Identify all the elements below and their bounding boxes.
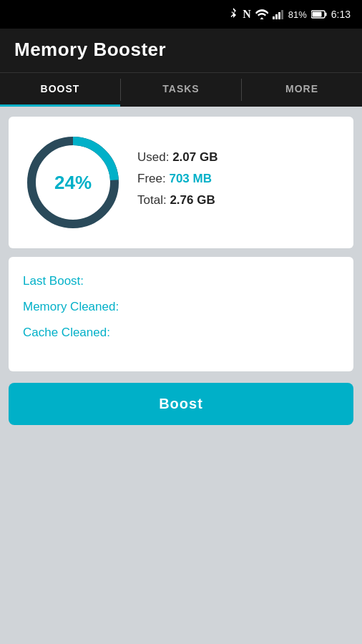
memory-cleaned-row: Memory Cleaned: <box>23 300 339 314</box>
app-header: Memory Booster <box>0 29 362 72</box>
svg-rect-6 <box>312 12 321 17</box>
free-label: Free: <box>137 172 166 185</box>
used-value: 2.07 GB <box>172 150 217 164</box>
tab-tasks[interactable]: TASKS <box>121 73 241 107</box>
main-content: 24% Used: 2.07 GB Free: 703 MB Total: 2.… <box>0 107 362 435</box>
boost-button[interactable]: Boost <box>9 383 353 425</box>
network-icon: N <box>243 8 251 21</box>
tab-more[interactable]: MORE <box>242 73 362 107</box>
boost-info-card: Last Boost: Memory Cleaned: Cache Cleane… <box>9 257 353 371</box>
used-memory-row: Used: 2.07 GB <box>137 150 339 165</box>
cache-cleaned-label: Cache Cleaned: <box>23 326 110 339</box>
tab-boost[interactable]: BOOST <box>0 73 120 107</box>
last-boost-row: Last Boost: <box>23 274 339 288</box>
wifi-icon <box>255 9 268 19</box>
app-title: Memory Booster <box>14 39 348 61</box>
cache-cleaned-row: Cache Cleaned: <box>23 326 339 340</box>
svg-rect-2 <box>278 12 280 19</box>
svg-rect-1 <box>275 14 278 19</box>
status-time: 6:13 <box>331 9 351 20</box>
tabs-bar: BOOST TASKS MORE <box>0 72 362 107</box>
signal-icon <box>273 9 284 19</box>
total-memory-row: Total: 2.76 GB <box>137 193 339 208</box>
last-boost-label: Last Boost: <box>23 274 84 288</box>
status-bar: N 81% 6:13 <box>0 0 362 29</box>
memory-stats: Used: 2.07 GB Free: 703 MB Total: 2.76 G… <box>137 150 339 215</box>
total-label: Total: <box>137 193 167 207</box>
free-memory-row: Free: 703 MB <box>137 172 339 186</box>
free-value: 703 MB <box>169 172 212 185</box>
memory-percentage: 24% <box>54 172 92 194</box>
used-label: Used: <box>137 150 169 164</box>
battery-percentage: 81% <box>288 9 307 20</box>
svg-rect-5 <box>325 13 326 16</box>
bluetooth-icon <box>228 8 238 21</box>
memory-card: 24% Used: 2.07 GB Free: 703 MB Total: 2.… <box>9 117 353 248</box>
battery-icon <box>311 10 327 19</box>
svg-rect-0 <box>273 16 275 19</box>
memory-cleaned-label: Memory Cleaned: <box>23 300 119 313</box>
total-value: 2.76 GB <box>170 193 215 207</box>
status-icons: N 81% 6:13 <box>228 8 351 21</box>
donut-chart: 24% <box>23 132 123 233</box>
svg-rect-3 <box>281 10 283 19</box>
